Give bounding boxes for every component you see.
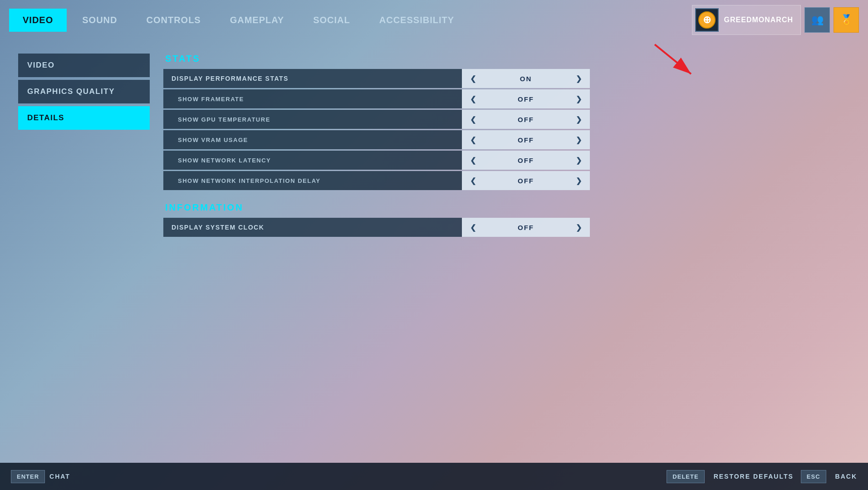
tab-video[interactable]: VIDEO — [9, 9, 67, 32]
control-value-show-framerate: OFF — [480, 95, 572, 103]
setting-label-show-gpu-temperature: SHOW GPU TEMPERATURE — [163, 110, 462, 129]
setting-label-display-performance-stats: DISPLAY PERFORMANCE STATS — [163, 69, 462, 88]
table-row: SHOW NETWORK LATENCY ❮ OFF ❯ — [163, 151, 590, 170]
delete-key-badge: DELETE — [667, 470, 704, 483]
setting-control-show-vram-usage: ❮ OFF ❯ — [462, 130, 590, 149]
setting-label-show-network-interpolation-delay: SHOW NETWORK INTERPOLATION DELAY — [163, 171, 462, 190]
left-arrow-show-gpu-temperature[interactable]: ❮ — [466, 113, 480, 127]
back-label: BACK — [835, 473, 857, 480]
main-content: VIDEO GRAPHICS QUALITY DETAILS STATS DIS… — [0, 40, 868, 458]
medal-icon: 🏅 — [840, 14, 853, 26]
left-arrow-display-system-clock[interactable]: ❮ — [466, 220, 480, 235]
right-arrow-show-vram-usage[interactable]: ❯ — [572, 133, 585, 147]
setting-control-show-framerate: ❮ OFF ❯ — [462, 89, 590, 108]
bottom-right: DELETE RESTORE DEFAULTS ESC BACK — [667, 470, 857, 483]
setting-label-display-system-clock: DISPLAY SYSTEM CLOCK — [163, 218, 462, 237]
stats-table: DISPLAY PERFORMANCE STATS ❮ ON ❯ SHOW FR… — [163, 68, 590, 191]
bottom-left: ENTER CHAT — [11, 470, 70, 483]
setting-label-show-network-latency: SHOW NETWORK LATENCY — [163, 151, 462, 170]
restore-label: RESTORE DEFAULTS — [714, 473, 794, 480]
right-arrow-show-network-latency[interactable]: ❯ — [572, 153, 585, 167]
right-arrow-display-system-clock[interactable]: ❯ — [572, 220, 585, 235]
right-arrow-display-performance-stats[interactable]: ❯ — [572, 72, 585, 86]
tab-gameplay[interactable]: GAMEPLAY — [216, 9, 298, 32]
table-row: SHOW NETWORK INTERPOLATION DELAY ❮ OFF ❯ — [163, 171, 590, 190]
sidebar-item-graphics-quality[interactable]: GRAPHICS QUALITY — [18, 80, 150, 103]
right-arrow-show-network-interpolation-delay[interactable]: ❯ — [572, 174, 585, 188]
table-row: SHOW FRAMERATE ❮ OFF ❯ — [163, 89, 590, 108]
control-value-display-performance-stats: ON — [480, 75, 572, 83]
sidebar-item-details[interactable]: DETAILS — [18, 106, 150, 130]
nav-right: ⊕ GREEDMONARCH 👥 🏅 — [692, 5, 859, 35]
table-row: DISPLAY SYSTEM CLOCK ❮ OFF ❯ — [163, 218, 590, 237]
setting-label-show-vram-usage: SHOW VRAM USAGE — [163, 130, 462, 149]
setting-label-show-framerate: SHOW FRAMERATE — [163, 89, 462, 108]
medal-button[interactable]: 🏅 — [834, 7, 859, 33]
control-value-display-system-clock: OFF — [480, 224, 572, 231]
control-value-show-vram-usage: OFF — [480, 136, 572, 144]
left-arrow-show-network-latency[interactable]: ❮ — [466, 153, 480, 167]
setting-control-show-network-latency: ❮ OFF ❯ — [462, 151, 590, 170]
setting-control-show-gpu-temperature: ❮ OFF ❯ — [462, 110, 590, 129]
left-arrow-show-vram-usage[interactable]: ❮ — [466, 133, 480, 147]
friends-button[interactable]: 👥 — [804, 7, 830, 33]
table-row: SHOW VRAM USAGE ❮ OFF ❯ — [163, 130, 590, 149]
control-value-show-network-latency: OFF — [480, 157, 572, 164]
enter-key-badge: ENTER — [11, 470, 45, 483]
setting-control-display-performance-stats: ❮ ON ❯ — [462, 69, 590, 88]
friends-icon: 👥 — [811, 14, 824, 26]
tab-controls[interactable]: CONTROLS — [132, 9, 214, 32]
right-arrow-show-framerate[interactable]: ❯ — [572, 92, 585, 106]
left-arrow-display-performance-stats[interactable]: ❮ — [466, 72, 480, 86]
restore-defaults-button[interactable]: DELETE RESTORE DEFAULTS — [667, 470, 793, 483]
esc-key-badge: ESC — [801, 470, 826, 483]
control-value-show-network-interpolation-delay: OFF — [480, 177, 572, 185]
settings-area: STATS DISPLAY PERFORMANCE STATS ❮ ON ❯ — [163, 49, 850, 449]
sidebar-item-video[interactable]: VIDEO — [18, 54, 150, 77]
information-table: DISPLAY SYSTEM CLOCK ❮ OFF ❯ — [163, 216, 590, 238]
bottom-bar: ENTER CHAT DELETE RESTORE DEFAULTS ESC B… — [0, 463, 868, 490]
information-section-title: INFORMATION — [163, 202, 850, 213]
tab-sound[interactable]: SOUND — [69, 9, 131, 32]
setting-control-show-network-interpolation-delay: ❮ OFF ❯ — [462, 171, 590, 190]
table-row: DISPLAY PERFORMANCE STATS ❮ ON ❯ — [163, 69, 590, 88]
tab-accessibility[interactable]: ACCESSIBILITY — [366, 9, 468, 32]
tab-social[interactable]: SOCIAL — [299, 9, 364, 32]
nav-tabs: VIDEO SOUND CONTROLS GAMEPLAY SOCIAL ACC… — [9, 9, 468, 32]
right-arrow-show-gpu-temperature[interactable]: ❯ — [572, 113, 585, 127]
sidebar: VIDEO GRAPHICS QUALITY DETAILS — [18, 49, 150, 449]
control-value-show-gpu-temperature: OFF — [480, 116, 572, 123]
back-button[interactable]: ESC BACK — [801, 470, 857, 483]
avatar: ⊕ — [695, 8, 719, 32]
user-block: ⊕ GREEDMONARCH — [692, 5, 801, 35]
username: GREEDMONARCH — [724, 16, 793, 24]
top-nav: VIDEO SOUND CONTROLS GAMEPLAY SOCIAL ACC… — [0, 0, 868, 40]
left-arrow-show-framerate[interactable]: ❮ — [466, 92, 480, 106]
svg-text:⊕: ⊕ — [703, 14, 711, 25]
table-row: SHOW GPU TEMPERATURE ❮ OFF ❯ — [163, 110, 590, 129]
setting-control-display-system-clock: ❮ OFF ❯ — [462, 218, 590, 237]
stats-section-title: STATS — [163, 54, 850, 64]
left-arrow-show-network-interpolation-delay[interactable]: ❮ — [466, 174, 480, 188]
chat-label: CHAT — [49, 473, 70, 480]
